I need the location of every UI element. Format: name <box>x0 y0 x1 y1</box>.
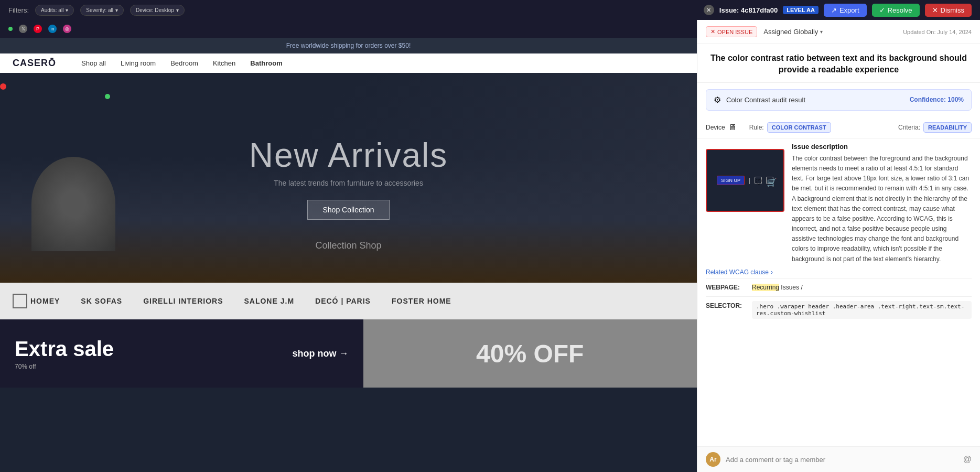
comment-bar: Ar @ <box>697 446 980 472</box>
homey-logo-icon <box>13 294 27 308</box>
issue-desc-title: Issue description <box>792 143 972 151</box>
brand-deco-paris: DECÓ | PARIS <box>315 297 371 305</box>
shop-collection-button[interactable]: Shop Collection <box>307 200 389 220</box>
device-info: Device 🖥 <box>706 123 737 132</box>
hero-title: New Arrivals <box>249 136 448 175</box>
issue-desc-text: Issue description The color contrast bet… <box>792 143 972 264</box>
criteria-label: Criteria: <box>898 124 920 131</box>
issue-screenshot: SIGN UP | ♡ 🛒 <box>706 149 784 212</box>
audit-result-bar: ⚙ Color Contrast audit result Confidence… <box>706 89 972 111</box>
device-rule-row: Device 🖥 Rule: COLOR CONTRAST Criteria: … <box>697 117 980 138</box>
percent-off-text: 70% off <box>15 363 114 370</box>
pipe-icon: | <box>749 177 750 184</box>
dot-indicator-red <box>0 83 6 90</box>
x-small-icon: ✕ <box>710 28 715 35</box>
dot-indicator-green <box>105 94 110 99</box>
check-icon: ✓ <box>879 6 885 14</box>
bottom-banners: Extra sale 70% off shop now → 40% OFF <box>0 319 697 388</box>
shipping-text: Free worldwide shipping for orders over … <box>286 42 411 49</box>
severity-filter-btn[interactable]: Severity: all ▾ <box>80 5 124 16</box>
twitter-icon: 𝕏 <box>19 25 27 33</box>
audit-filter-btn[interactable]: Audits: all ▾ <box>35 5 74 16</box>
device-filter-btn[interactable]: Device: Desktop ▾ <box>130 5 185 16</box>
signup-btn-mock: SIGN UP <box>717 176 745 185</box>
off-banner: 40% OFF <box>363 319 697 388</box>
export-icon: ↗ <box>831 6 837 14</box>
issue-id: Issue: 4c817dfa00 <box>719 6 778 14</box>
resolve-button[interactable]: ✓ Resolve <box>872 4 920 17</box>
brand-sk-sofas: SK SOFAS <box>81 297 122 305</box>
extra-sale-heading: Extra sale <box>15 337 114 361</box>
issue-desc-body: The color contrast between the foregroun… <box>792 154 972 264</box>
nav-bedroom[interactable]: Bedroom <box>170 59 198 67</box>
favicon-icon <box>8 27 13 31</box>
linkedin-icon: in <box>48 25 57 33</box>
criteria-info: Criteria: READABILITY <box>898 122 972 133</box>
selector-value: .hero .waraper header .header-area .text… <box>752 301 972 319</box>
nav-living-room[interactable]: Living room <box>121 59 156 67</box>
monitor-icon: 🖥 <box>728 123 737 132</box>
screenshot-inner: SIGN UP | ♡ 🛒 <box>707 150 783 211</box>
rule-label: Rule: <box>749 124 764 131</box>
webpage-row: WEBPAGE: Recurring Issues / <box>706 278 972 296</box>
export-button[interactable]: ↗ Export <box>824 4 867 17</box>
chevron-down-icon: ▾ <box>66 7 68 13</box>
issue-desc-layout: SIGN UP | ♡ 🛒 Issue description The colo… <box>706 143 972 264</box>
nav-shop-all[interactable]: Shop all <box>81 59 106 67</box>
brand-foster-home: FOSTER HOME <box>392 297 451 305</box>
chevron-right-icon: › <box>771 269 773 276</box>
top-bar: Filters: Audits: all ▾ Severity: all ▾ D… <box>0 0 980 20</box>
pinterest-icon: P <box>34 25 42 33</box>
dismiss-button[interactable]: ✕ Dismiss <box>925 4 972 17</box>
x-icon: ✕ <box>932 6 938 14</box>
website-preview: 𝕏 P in ◎ Free worldwide shipping for ord… <box>0 20 697 472</box>
chevron-down-icon: ▾ <box>115 7 118 13</box>
brand-girelli: GIRELLI INTERIORS <box>143 297 223 305</box>
rule-badge: COLOR CONTRAST <box>767 122 831 133</box>
panel-header: ✕ OPEN ISSUE Assigned Globally ▾ Updated… <box>697 20 980 44</box>
webpage-value: Recurring Issues / <box>752 284 803 291</box>
nav-bathroom[interactable]: Bathroom <box>250 59 282 67</box>
webpage-highlight: Recurring <box>752 284 779 291</box>
social-bar: 𝕏 P in ◎ <box>0 20 697 38</box>
panel-body: SIGN UP | ♡ 🛒 Issue description The colo… <box>697 138 980 446</box>
open-issue-badge[interactable]: ✕ OPEN ISSUE <box>706 26 757 37</box>
heart-icon: ♡ <box>755 177 762 184</box>
webpage-label: WEBPAGE: <box>706 284 748 291</box>
issue-bar: ✕ Issue: 4c817dfa00 LEVEL AA ↗ Export ✓ … <box>704 4 972 17</box>
instagram-icon: ◎ <box>63 25 71 33</box>
right-panel: ✕ OPEN ISSUE Assigned Globally ▾ Updated… <box>697 20 980 472</box>
panel-title: The color contrast ratio between text an… <box>697 44 980 83</box>
filter-label: Filters: <box>8 6 29 14</box>
confidence-text: Confidence: 100% <box>910 96 964 103</box>
selector-row: SELECTOR: .hero .waraper header .header-… <box>706 296 972 323</box>
rule-info: Rule: COLOR CONTRAST <box>749 122 831 133</box>
cart-icon: 🛒 <box>766 177 773 184</box>
comment-input[interactable] <box>726 456 958 464</box>
audit-icon: ⚙ <box>714 95 721 105</box>
close-issue-btn[interactable]: ✕ <box>704 5 714 15</box>
level-badge: LEVEL AA <box>783 6 819 14</box>
assigned-globally-dropdown[interactable]: Assigned Globally ▾ <box>763 28 823 36</box>
updated-text: Updated On: July 14, 2024 <box>903 29 972 35</box>
device-label: Device <box>706 124 725 131</box>
shipping-bar: Free worldwide shipping for orders over … <box>0 38 697 53</box>
collection-shop-text: Collection Shop <box>315 240 381 251</box>
off-percentage-text: 40% OFF <box>476 339 584 368</box>
extra-sale-banner: Extra sale 70% off shop now → <box>0 319 363 388</box>
hero-content: New Arrivals The latest trends from furn… <box>249 136 448 220</box>
shop-now-button[interactable]: shop now → <box>293 348 349 359</box>
selector-label: SELECTOR: <box>706 302 748 309</box>
extra-sale-text-block: Extra sale 70% off <box>15 337 114 370</box>
nav-kitchen[interactable]: Kitchen <box>213 59 235 67</box>
related-wcag-link[interactable]: Related WCAG clause › <box>706 269 972 276</box>
at-icon[interactable]: @ <box>963 455 972 464</box>
avatar: Ar <box>706 452 720 467</box>
brand-salone: SALONE J.M <box>244 297 294 305</box>
hero-subtitle: The latest trends from furniture to acce… <box>249 179 448 187</box>
signup-mock: SIGN UP | ♡ 🛒 <box>717 176 773 185</box>
main-layout: 𝕏 P in ◎ Free worldwide shipping for ord… <box>0 20 980 472</box>
issue-title: The color contrast ratio between text an… <box>708 52 970 76</box>
hero-section: New Arrivals The latest trends from furn… <box>0 73 697 283</box>
criteria-badge: READABILITY <box>923 122 972 133</box>
